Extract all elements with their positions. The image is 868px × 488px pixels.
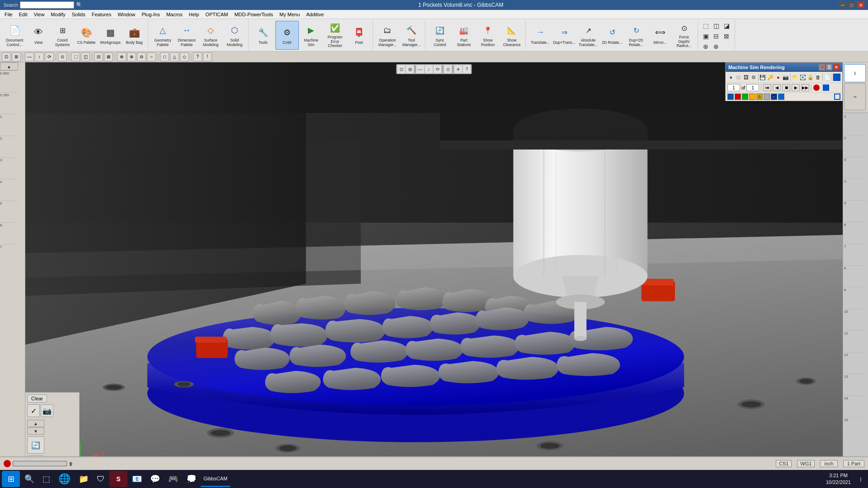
search-icon[interactable]: 🔍 (76, 2, 83, 8)
surface-modeling-button[interactable]: ◇ SurfaceModeling (199, 21, 222, 50)
taskbar-security[interactable]: 🛡 (93, 471, 108, 487)
mirror-button[interactable]: ⟺ Mirror... (648, 21, 672, 50)
vp-btn-6[interactable]: ⊙ (444, 65, 452, 73)
sub-btn-8[interactable]: ◫ (81, 52, 90, 61)
cam-button[interactable]: ⚙ CAM (275, 21, 299, 50)
tools-button[interactable]: 🔧 Tools (251, 21, 275, 50)
operation-manager-button[interactable]: 🗂 OperationManager... (376, 21, 399, 50)
translate-button[interactable]: → Translate... (528, 21, 552, 50)
menu-macros[interactable]: Macros (164, 11, 185, 18)
sim-btn-camera[interactable]: 📷 (782, 73, 789, 82)
rotate-2d-button[interactable]: ↺ 2D Rotate... (600, 21, 624, 50)
sub-btn-17[interactable]: ◇ (180, 52, 189, 61)
sim-btn-save[interactable]: 💾 (759, 73, 766, 82)
sim-btn-disk[interactable]: 💽 (799, 73, 807, 82)
sim-goto-start-button[interactable]: ⏮ (763, 84, 771, 91)
extra-btn-8[interactable]: ⊗ (711, 42, 721, 52)
color-swatch-blue[interactable] (727, 94, 734, 100)
menu-plugins[interactable]: Plug-Ins (139, 11, 162, 18)
sim-play-button[interactable]: ▶ (792, 84, 800, 91)
document-control-button[interactable]: 📄 DocumentControl... (3, 21, 26, 50)
sim-btn-trash[interactable]: 🗑 (815, 73, 822, 82)
menu-file[interactable]: File (2, 11, 15, 18)
sub-btn-12[interactable]: ⊗ (127, 52, 136, 61)
sim-stop-button[interactable]: ⏹ (782, 84, 790, 91)
zoom-in-icon[interactable]: 🔄 (27, 436, 44, 454)
taskbar-teams[interactable]: 💬 (146, 471, 164, 487)
vp-btn-8[interactable]: ? (463, 65, 471, 73)
sub-btn-15[interactable]: □ (160, 52, 169, 61)
menu-mymenu[interactable]: My Menu (277, 11, 302, 18)
tool-manager-button[interactable]: 🔨 ToolManager... (400, 21, 423, 50)
right-tab-2[interactable]: 2 (844, 83, 866, 110)
sim-btn-red-stop[interactable]: ● (774, 73, 782, 82)
v-scroll-down[interactable]: ▼ (27, 427, 44, 435)
panel-options-button[interactable]: ☰ (826, 64, 832, 70)
extra-btn-4[interactable]: ▣ (701, 31, 711, 41)
extra-btn-2[interactable]: ◫ (711, 21, 721, 31)
extra-btn-5[interactable]: ⊟ (711, 31, 721, 41)
menu-additive[interactable]: Additive (303, 11, 326, 18)
show-clearance-button[interactable]: 📐 ShowClearance (500, 21, 524, 50)
sim-btn-mode1[interactable]: ● (727, 73, 735, 82)
taskbar-chat[interactable]: 💭 (183, 471, 200, 487)
maximize-button[interactable]: □ (848, 2, 855, 8)
post-button[interactable]: 📮 Post (347, 21, 371, 50)
clear-button[interactable]: Clear (27, 394, 47, 403)
color-swatch-green[interactable] (742, 94, 748, 100)
sim-frame-end-input[interactable] (746, 84, 759, 91)
geometry-palette-button[interactable]: △ GeometryPalette (151, 21, 175, 50)
sim-record-button[interactable] (813, 84, 820, 91)
menu-solids[interactable]: Solids (69, 11, 88, 18)
menu-features[interactable]: Features (89, 11, 114, 18)
sub-btn-9[interactable]: ⊟ (94, 52, 103, 61)
sub-btn-2[interactable]: ⊞ (12, 52, 21, 61)
menu-mdd[interactable]: MDD-PowerTools (231, 11, 276, 18)
sync-control-button[interactable]: 🔄 Sync Control (428, 21, 452, 50)
taskbar-search[interactable]: 🔍 (21, 471, 38, 487)
sim-btn-mode2[interactable]: □ (735, 73, 742, 82)
sim-btn-lock[interactable]: 🔑 (767, 73, 774, 82)
v-scroll-up[interactable]: ▲ (27, 420, 44, 427)
sub-btn-7[interactable]: ⬚ (71, 52, 80, 61)
sim-btn-doc[interactable]: 📄 (824, 73, 831, 82)
panel-pin-button[interactable]: 📌 (819, 64, 825, 70)
sub-btn-16[interactable]: △ (170, 52, 179, 61)
sub-btn-19[interactable]: ! (203, 52, 212, 61)
dup-rotate-button[interactable]: ↻ Dup+2DRotate... (624, 21, 648, 50)
vp-btn-2[interactable]: ⊞ (406, 65, 414, 73)
scene-viewport[interactable]: X Y Z (25, 62, 843, 474)
color-swatch-red[interactable] (735, 94, 741, 100)
color-swatch-medblue[interactable] (778, 94, 784, 100)
sim-color-selector[interactable] (834, 94, 840, 100)
cs-palette-button[interactable]: 🎨 CS Palette (75, 21, 98, 50)
sub-btn-6[interactable]: ⊙ (58, 52, 67, 61)
taskbar-email[interactable]: 📧 (128, 471, 146, 487)
menu-window[interactable]: Window (115, 11, 138, 18)
sub-btn-10[interactable]: ⊠ (104, 52, 113, 61)
vp-btn-3[interactable]: — (416, 65, 425, 73)
scroll-up-arrow[interactable]: ▲ (0, 62, 18, 70)
sub-btn-11[interactable]: ⊕ (117, 52, 126, 61)
body-bag-button[interactable]: 💼 Body Bag (123, 21, 146, 50)
show-desktop-button[interactable]: | (855, 470, 866, 488)
sub-btn-4[interactable]: ↕ (35, 52, 44, 61)
vp-btn-1[interactable]: ⊡ (397, 65, 406, 73)
sim-btn-unlock[interactable]: 🔓 (807, 73, 814, 82)
sub-btn-5[interactable]: ⟳ (45, 52, 54, 61)
workgroups-button[interactable]: ▦ Workgroups (99, 21, 122, 50)
coord-systems-button[interactable]: ⊞ CoordSystems (51, 21, 74, 50)
error-checker-button[interactable]: ✅ ProgramError Checker (323, 21, 347, 50)
color-swatch-gray[interactable] (764, 94, 770, 100)
search-input[interactable] (20, 1, 74, 9)
dimension-palette-button[interactable]: ↔ DimensionPalette (175, 21, 198, 50)
start-button[interactable]: ⊞ (2, 471, 20, 487)
sim-btn-folder[interactable]: 📁 (792, 73, 799, 82)
dup-trans-button[interactable]: ⇒ Dup+Trans... (552, 21, 576, 50)
panel-close-button[interactable]: ✕ (833, 64, 840, 70)
view-button[interactable]: 👁 View (27, 21, 50, 50)
close-button[interactable]: ✕ (857, 2, 864, 8)
sim-frame-blue[interactable] (823, 84, 829, 91)
vp-btn-7[interactable]: ☀ (454, 65, 462, 73)
right-tab-1[interactable]: 1 (844, 64, 866, 82)
